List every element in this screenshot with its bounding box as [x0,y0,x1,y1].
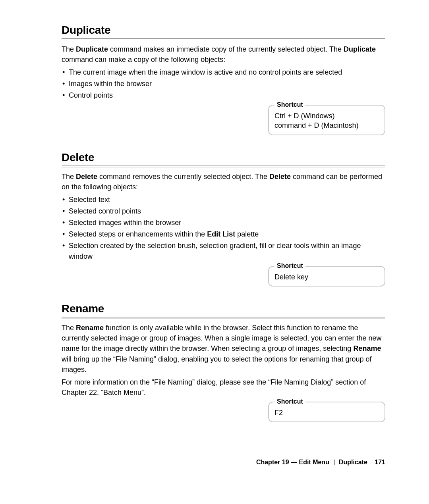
text-bold: Delete [76,173,97,181]
list-item: Selected text [62,194,385,205]
footer-crumb: Duplicate [339,459,367,466]
text-bold: Delete [269,173,291,181]
shortcut-label: Shortcut [274,262,305,269]
duplicate-intro: The Duplicate command makes an immediate… [62,44,385,65]
delete-intro: The Delete command removes the currently… [62,171,385,192]
page-footer: Chapter 19 — Edit Menu Duplicate 171 [256,459,385,466]
shortcut-box-duplicate: Shortcut Ctrl + D (Windows) command + D … [268,105,385,135]
page-body: Duplicate The Duplicate command makes an… [0,0,429,422]
text: command can make a copy of the following… [62,56,225,63]
rename-para1: The Rename function is only available wh… [62,323,385,374]
text: command removes the currently selected o… [97,173,269,181]
list-item: Selected images within the browser [62,217,385,228]
list-item: Selected steps or enhancements within th… [62,229,385,240]
text-bold: Rename [353,344,381,352]
text: The [62,324,76,332]
text-bold: Duplicate [344,45,376,53]
list-item: Control points [62,90,385,101]
text-bold: Rename [76,324,104,332]
list-item: Selection created by the selection brush… [62,240,385,262]
list-item: Images within the browser [62,79,385,89]
heading-rule [62,38,385,40]
shortcut-box-delete: Shortcut Delete key [268,266,385,287]
shortcut-line: Delete key [274,272,379,282]
list-item: Selected control points [62,206,385,217]
shortcut-container: Shortcut Delete key [62,266,385,287]
text-bold: Edit List [207,230,235,238]
shortcut-label: Shortcut [274,398,305,405]
section-heading-delete: Delete [62,151,385,164]
text: palette [235,230,259,238]
section-heading-rename: Rename [62,302,385,315]
heading-rule [62,317,385,319]
footer-page-number: 171 [375,459,385,466]
list-item: The current image when the image window … [62,67,385,78]
shortcut-line: Ctrl + D (Windows) [274,111,379,121]
footer-chapter: Chapter 19 — Edit Menu [256,459,329,466]
text: Selected steps or enhancements within th… [69,230,207,238]
duplicate-bullets: The current image when the image window … [62,67,385,101]
shortcut-label: Shortcut [274,101,305,108]
text: function is only available while in the … [62,324,381,352]
text: command makes an immediate copy of the c… [108,45,344,53]
footer-separator [334,460,334,465]
shortcut-box-rename: Shortcut F2 [268,402,385,422]
heading-rule [62,165,385,167]
shortcut-line: F2 [274,408,379,417]
shortcut-container: Shortcut F2 [62,402,385,422]
text-bold: Duplicate [76,45,108,53]
text: The [62,173,76,181]
shortcut-container: Shortcut Ctrl + D (Windows) command + D … [62,105,385,135]
text: The [62,45,76,53]
shortcut-line: command + D (Macintosh) [274,121,379,130]
rename-para2: For more information on the “File Naming… [62,377,385,398]
delete-bullets: Selected text Selected control points Se… [62,194,385,262]
text: will bring up the “File Naming” dialog, … [62,355,371,373]
section-heading-duplicate: Duplicate [62,24,385,37]
